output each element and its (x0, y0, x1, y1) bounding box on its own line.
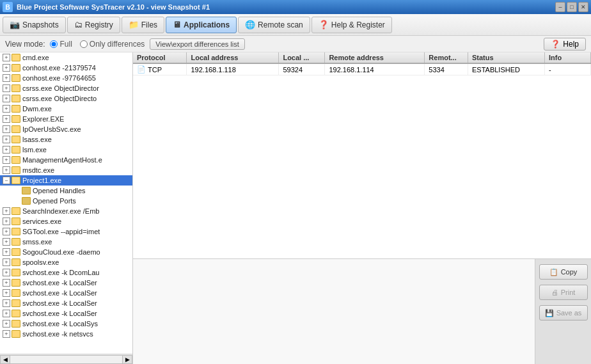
tree-item[interactable]: +services.exe (0, 216, 132, 226)
app-icon: B (3, 2, 13, 12)
tree-item[interactable]: +SGTool.exe --appid=imet (0, 226, 132, 237)
tree-item[interactable]: Opened Ports (0, 196, 132, 206)
tree-expand-icon[interactable]: + (3, 95, 10, 102)
tree-item[interactable]: +svchost.exe -k LocalSys (0, 319, 132, 329)
tree-expand-icon[interactable]: + (3, 238, 10, 246)
tree-expand-icon[interactable]: + (3, 310, 10, 317)
tree-expand-icon[interactable]: + (3, 146, 10, 154)
tree-hscroll[interactable]: ◀ ▶ (0, 354, 132, 364)
col-header-local_addr[interactable]: Local address (187, 52, 279, 63)
table-row[interactable]: TCP192.168.1.11859324192.168.1.1145334ES… (133, 63, 591, 75)
tree-item-label: cmd.exe (22, 54, 49, 61)
col-header-local_port[interactable]: Local ... (279, 52, 325, 63)
tab-help-register-label: Help & Register (331, 20, 385, 29)
tree-item[interactable]: +SogouCloud.exe -daemo (0, 247, 132, 257)
tree-expand-icon[interactable]: + (3, 279, 10, 287)
tree-expand-icon[interactable]: + (3, 248, 10, 256)
tree-item[interactable]: +Explorer.EXE (0, 114, 132, 124)
tree-item[interactable]: +smss.exe (0, 237, 132, 247)
tree-item[interactable]: +cmd.exe (0, 52, 132, 63)
radio-full-input[interactable] (50, 40, 58, 48)
tree-container[interactable]: +cmd.exe+conhost.exe -21379574+conhost.e… (0, 52, 132, 354)
tree-item[interactable]: +lsass.exe (0, 134, 132, 145)
tree-expand-icon[interactable]: + (3, 105, 10, 113)
tree-item[interactable]: +svchost.exe -k LocalSer (0, 288, 132, 298)
tree-expand-icon[interactable]: + (3, 269, 10, 276)
tree-item-label: lsm.exe (22, 146, 47, 154)
tab-remote-scan[interactable]: 🌐 Remote scan (238, 17, 310, 33)
tree-item[interactable]: +SearchIndexer.exe /Emb (0, 206, 132, 216)
export-diff-button[interactable]: View\export differences list (150, 38, 244, 50)
files-icon: 📁 (129, 20, 139, 29)
tree-expand-icon[interactable]: + (3, 64, 10, 72)
close-button[interactable]: ✕ (578, 2, 588, 12)
tree-item[interactable]: +spoolsv.exe (0, 257, 132, 267)
tree-item-label: Project1.exe (22, 177, 61, 184)
folder-icon (22, 187, 31, 194)
col-header-remote_addr[interactable]: Remote address (325, 52, 425, 63)
cell-local_port: 59324 (279, 63, 325, 75)
tree-item-label: svchost.exe -k LocalSer (22, 289, 97, 297)
cell-remote_addr: 192.168.1.114 (325, 63, 425, 75)
tree-item[interactable]: +csrss.exe ObjectDirecto (0, 93, 132, 104)
tree-item[interactable]: +svchost.exe -k LocalSer (0, 278, 132, 288)
tree-expand-icon[interactable]: + (3, 166, 10, 174)
tree-expand-icon[interactable]: + (3, 320, 10, 328)
tree-expand-icon[interactable]: + (3, 74, 10, 82)
tab-registry[interactable]: 🗂 Registry (67, 17, 120, 33)
tree-expand-icon[interactable]: − (3, 177, 10, 184)
tab-applications[interactable]: 🖥 Applications (166, 17, 237, 33)
radio-full[interactable]: Full (50, 40, 72, 49)
tree-item[interactable]: +svchost.exe -k LocalSer (0, 298, 132, 308)
tree-expand-icon[interactable]: + (3, 258, 10, 266)
maximize-button[interactable]: □ (567, 2, 577, 12)
tree-expand-icon[interactable]: + (3, 207, 10, 215)
tree-item[interactable]: Opened Handles (0, 186, 132, 196)
tree-item[interactable]: +Dwm.exe (0, 104, 132, 114)
print-button[interactable]: 🖨 Print (539, 285, 588, 300)
tree-item[interactable]: +conhost.exe -97764655 (0, 73, 132, 83)
col-header-status[interactable]: Status (468, 52, 545, 63)
copy-button[interactable]: 📋 Copy (539, 264, 588, 280)
folder-icon (12, 330, 20, 338)
minimize-button[interactable]: – (555, 2, 565, 12)
tree-item[interactable]: −Project1.exe (0, 175, 132, 186)
tree-item[interactable]: +csrss.exe ObjectDirector (0, 83, 132, 93)
tree-expand-icon[interactable]: + (3, 115, 10, 123)
tree-expand-icon[interactable]: + (3, 330, 10, 338)
tree-item[interactable]: +ManagementAgentHost.e (0, 155, 132, 165)
tree-expand-icon[interactable]: + (3, 156, 10, 164)
tab-files[interactable]: 📁 Files (122, 17, 164, 33)
radio-diff-input[interactable] (80, 40, 88, 48)
hscroll-track (10, 355, 122, 364)
tree-expand-icon[interactable]: + (3, 136, 10, 143)
tree-item[interactable]: +lsm.exe (0, 145, 132, 155)
tree-item[interactable]: +svchost.exe -k netsvcs (0, 329, 132, 339)
hscroll-left[interactable]: ◀ (0, 355, 10, 364)
tree-item[interactable]: +IpOverUsbSvc.exe (0, 124, 132, 134)
hscroll-right[interactable]: ▶ (122, 355, 132, 364)
folder-icon (12, 136, 20, 143)
tab-help-register[interactable]: ❓ Help & Register (311, 17, 392, 33)
tree-expand-icon[interactable]: + (3, 289, 10, 297)
help-button[interactable]: ❓ Help (544, 38, 586, 51)
tree-item[interactable]: +svchost.exe -k DcomLau (0, 267, 132, 278)
tab-snapshots[interactable]: 📷 Snapshots (3, 17, 66, 33)
folder-icon (12, 207, 20, 215)
tree-expand-icon[interactable]: + (3, 228, 10, 235)
tree-expand-icon[interactable]: + (3, 84, 10, 92)
tree-expand-icon[interactable]: + (3, 125, 10, 133)
snapshots-icon: 📷 (10, 20, 20, 29)
radio-diff[interactable]: Only differences (80, 40, 145, 49)
col-header-protocol[interactable]: Protocol (133, 52, 187, 63)
tree-expand-icon[interactable]: + (3, 54, 10, 61)
tree-expand-icon[interactable]: + (3, 218, 10, 225)
tree-item[interactable]: +msdtc.exe (0, 165, 132, 175)
tree-item-label: SearchIndexer.exe /Emb (22, 207, 99, 215)
tree-expand-icon[interactable]: + (3, 299, 10, 307)
tree-item[interactable]: +conhost.exe -21379574 (0, 63, 132, 73)
tree-item[interactable]: +svchost.exe -k LocalSer (0, 308, 132, 319)
col-header-info[interactable]: Info (544, 52, 590, 63)
save-button[interactable]: 💾 Save as (539, 305, 588, 320)
col-header-remote_port[interactable]: Remot... (425, 52, 468, 63)
